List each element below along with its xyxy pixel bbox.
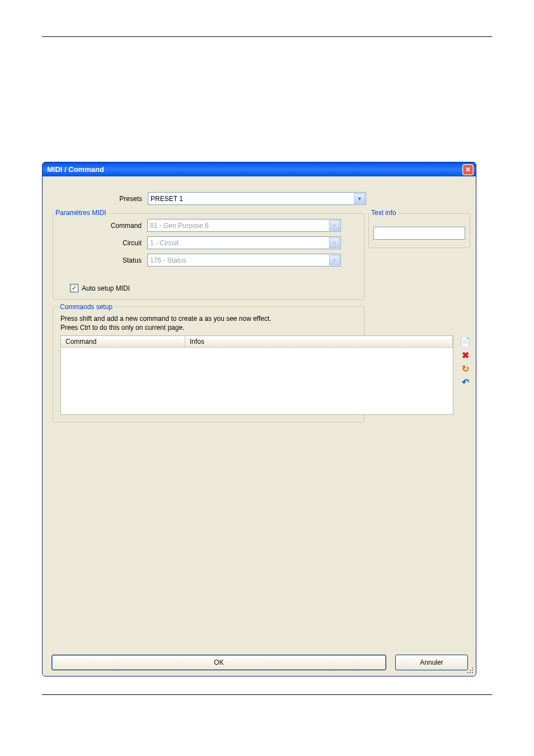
- dialog-body: Presets PRESET 1 ▼ Paramètres MIDI Comma…: [43, 176, 476, 676]
- column-command[interactable]: Command: [61, 336, 185, 347]
- presets-row: Presets PRESET 1 ▼: [53, 192, 366, 205]
- ok-button[interactable]: OK: [51, 655, 386, 670]
- circuit-combo[interactable]: 1 - Circuit ▼: [147, 236, 341, 249]
- undo-icon: ↶: [462, 377, 469, 388]
- refresh-button[interactable]: ↻: [459, 362, 471, 375]
- command-value: 81 - Gen Purpose 6: [150, 222, 209, 230]
- presets-value: PRESET 1: [151, 195, 183, 203]
- commands-help-text: Press shift and add a new command to cre…: [60, 314, 271, 332]
- auto-setup-row[interactable]: ✓ Auto setup MIDI: [70, 284, 130, 292]
- cancel-button[interactable]: Annuler: [395, 655, 468, 670]
- help-line-2: Prees Ctrl to do this only on current pa…: [60, 324, 184, 332]
- status-value: 176 - Status: [150, 256, 186, 264]
- page-bottom-rule: [42, 694, 492, 695]
- window-title: MIDI / Command: [47, 165, 104, 174]
- commands-table[interactable]: Command Infos: [60, 335, 453, 415]
- chevron-down-icon: ▼: [329, 237, 340, 248]
- midi-params-legend: Paramètres MIDI: [53, 209, 109, 217]
- delete-icon: ✖: [462, 350, 469, 361]
- commands-setup-area: Press shift and add a new command to cre…: [53, 306, 468, 642]
- refresh-icon: ↻: [462, 363, 469, 374]
- undo-button[interactable]: ↶: [459, 376, 471, 388]
- new-icon: 📄: [460, 337, 471, 347]
- chevron-down-icon: ▼: [354, 193, 365, 204]
- text-info-fieldset: Text info: [368, 209, 470, 248]
- midi-params-fieldset: Paramètres MIDI Command 81 - Gen Purpose…: [53, 209, 364, 300]
- command-label: Command: [53, 222, 147, 230]
- footer: OK Annuler: [43, 655, 476, 670]
- ok-label: OK: [214, 659, 223, 666]
- presets-label: Presets: [53, 195, 148, 203]
- close-icon: ✕: [465, 166, 471, 174]
- auto-setup-label: Auto setup MIDI: [82, 284, 130, 292]
- column-infos[interactable]: Infos: [185, 336, 453, 347]
- cancel-label: Annuler: [420, 659, 443, 666]
- presets-combo[interactable]: PRESET 1 ▼: [148, 192, 366, 205]
- command-combo[interactable]: 81 - Gen Purpose 6 ▼: [147, 219, 341, 232]
- help-line-1: Press shift and add a new command to cre…: [60, 315, 271, 323]
- circuit-value: 1 - Circuit: [150, 239, 179, 247]
- toolbar-buttons: 📄 ✖ ↻ ↶: [459, 335, 471, 388]
- text-info-input[interactable]: [373, 227, 465, 240]
- chevron-down-icon: ▼: [329, 220, 340, 231]
- status-label: Status: [53, 256, 147, 264]
- titlebar[interactable]: MIDI / Command ✕: [43, 162, 476, 176]
- close-button[interactable]: ✕: [462, 164, 474, 175]
- table-header: Command Infos: [61, 336, 453, 348]
- circuit-label: Circuit: [53, 239, 147, 247]
- resize-grip[interactable]: [467, 667, 475, 675]
- new-command-button[interactable]: 📄: [459, 335, 471, 348]
- midi-command-dialog: MIDI / Command ✕ Presets PRESET 1 ▼ Para…: [42, 162, 476, 676]
- status-combo[interactable]: 176 - Status ▼: [147, 254, 341, 267]
- text-info-legend: Text info: [369, 209, 399, 217]
- chevron-down-icon: ▼: [329, 255, 340, 265]
- auto-setup-checkbox[interactable]: ✓: [70, 284, 78, 292]
- page-top-rule: [42, 36, 492, 37]
- delete-command-button[interactable]: ✖: [459, 349, 471, 361]
